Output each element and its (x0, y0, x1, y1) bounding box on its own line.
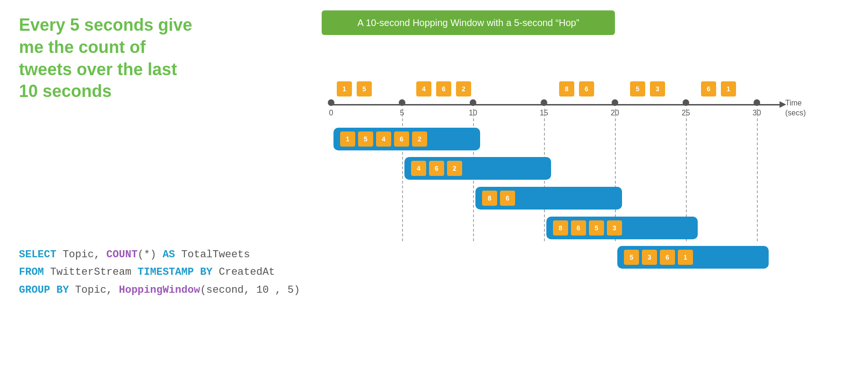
sql-by2-kw: BY (56, 284, 69, 296)
sql-line1-topic: Topic, (56, 249, 106, 261)
dashed-30 (757, 109, 758, 241)
event-6a-above: 6 (436, 81, 451, 96)
sql-count-kw: COUNT (106, 249, 138, 261)
sql-hopping-kw: HoppingWindow (119, 284, 200, 296)
ws-1-2: 5 (358, 131, 373, 147)
tick-label-0: 0 (326, 109, 336, 117)
sql-as-kw: AS (163, 249, 175, 261)
event-5b-above: 5 (630, 81, 645, 96)
ws-1-1: 1 (340, 131, 355, 147)
ws-5-3: 6 (660, 250, 675, 265)
ws-2-2: 6 (429, 161, 444, 176)
event-2-above: 2 (456, 81, 471, 96)
event-5-above: 5 (357, 81, 372, 96)
event-1b-above: 1 (721, 81, 736, 96)
tick-dot-0 (328, 99, 334, 106)
sql-line1-end: TotalTweets (175, 249, 250, 261)
tick-dot-5 (399, 99, 405, 106)
ws-2-1: 4 (411, 161, 426, 176)
sql-line2-end: CreatedAt (212, 266, 275, 278)
tick-dot-20 (612, 99, 618, 106)
timeline-area: Time(secs) 0 5 10 15 20 25 30 (307, 47, 828, 284)
sql-group-kw: GROUP (19, 284, 50, 296)
sql-line3-end: (second, 10 , 5) (200, 284, 300, 296)
ws-1-5: 2 (412, 131, 427, 147)
ws-5-4: 1 (678, 250, 693, 265)
event-6b-above: 6 (579, 81, 594, 96)
tick-dot-25 (683, 99, 689, 106)
sql-from-kw: FROM (19, 266, 44, 278)
sql-line2-stream: TwitterStream (44, 266, 138, 278)
sql-timestamp-kw: TIMESTAMP (138, 266, 194, 278)
ws-5-1: 5 (624, 250, 639, 265)
event-3a-above: 3 (650, 81, 665, 96)
event-4-above: 4 (416, 81, 431, 96)
sql-line2-sp (194, 266, 200, 278)
ws-1-3: 4 (376, 131, 391, 147)
event-1-above: 1 (337, 81, 352, 96)
tick-dot-30 (754, 99, 760, 106)
banner-text: A 10-second Hopping Window with a 5-seco… (357, 17, 579, 28)
window-bar-5: 5 3 6 1 (617, 246, 769, 269)
tick-dot-10 (470, 99, 476, 106)
sql-line3-sp (50, 284, 56, 296)
sql-by-kw: BY (200, 266, 212, 278)
ws-4-2: 6 (571, 220, 586, 236)
sql-block: SELECT Topic, COUNT(*) AS TotalTweets FR… (19, 246, 300, 299)
tick-0: 0 (326, 98, 336, 117)
sql-line1-mid: (*) (138, 249, 163, 261)
ws-3-1: 8 (482, 191, 497, 206)
window-bar-3: 8 6 (475, 187, 622, 210)
window-bar-4: 8 6 5 3 (546, 217, 698, 239)
sql-line3-topic: Topic, (69, 284, 119, 296)
left-description: Every 5 seconds give me the count of twe… (19, 14, 199, 103)
ws-4-1: 8 (553, 220, 568, 236)
sql-select-kw: SELECT (19, 249, 56, 261)
ws-3-2: 6 (500, 191, 515, 206)
ws-5-2: 3 (642, 250, 657, 265)
tick-dot-15 (541, 99, 547, 106)
window-bar-2: 4 6 2 (404, 157, 551, 180)
ws-4-4: 3 (607, 220, 622, 236)
time-label: Time(secs) (785, 98, 806, 118)
event-8a-above: 8 (559, 81, 574, 96)
banner: A 10-second Hopping Window with a 5-seco… (322, 10, 615, 35)
ws-2-3: 2 (447, 161, 462, 176)
window-bar-1: 1 5 4 6 2 (333, 128, 480, 150)
event-6c-above: 6 (701, 81, 716, 96)
ws-4-3: 5 (589, 220, 604, 236)
ws-1-4: 6 (394, 131, 409, 147)
